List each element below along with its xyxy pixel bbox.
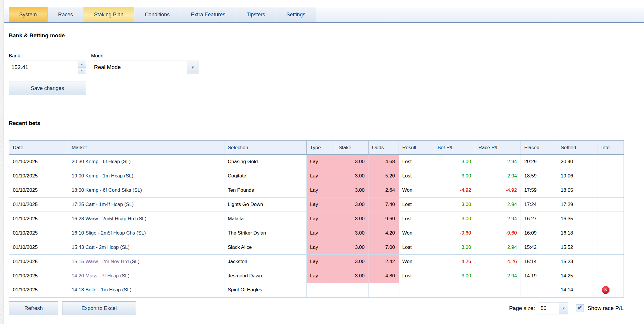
table-footer: Refresh Export to Excel Page size: 50 ▼ … xyxy=(9,301,624,315)
tab-races[interactable]: Races xyxy=(47,7,83,22)
tab-staking-plan[interactable]: Staking Plan xyxy=(83,7,134,22)
refresh-button[interactable]: Refresh xyxy=(9,301,58,315)
cell-odds: 7.00 xyxy=(368,240,399,254)
cell-result: Won xyxy=(399,254,434,269)
spinner-up-icon[interactable]: ▲ xyxy=(78,61,86,67)
col-header-selection[interactable]: Selection xyxy=(224,141,306,154)
market-link[interactable]: 16:28 Warw - 2m5f Hcap Hrd xyxy=(72,216,136,221)
cell-info: ✕ xyxy=(598,212,624,226)
market-link[interactable]: 15:43 Catt - 2m Hcap xyxy=(72,244,119,250)
market-suffix: (SL) xyxy=(121,287,132,293)
col-header-info[interactable]: Info xyxy=(598,141,624,154)
cell-placed: 20:29 xyxy=(521,154,557,169)
market-link[interactable]: 17:25 Catt - 1m4f Hcap xyxy=(72,202,123,207)
col-header-settled[interactable]: Settled xyxy=(557,141,598,154)
col-header-market[interactable]: Market xyxy=(68,141,224,154)
cell-settled: 19:06 xyxy=(557,169,598,183)
page-size-dropdown[interactable]: 50 ▼ xyxy=(538,302,568,314)
tab-extra-features[interactable]: Extra Features xyxy=(180,7,236,22)
cell-type: Lay xyxy=(306,183,335,197)
cell-selection: The Striker Dylan xyxy=(224,226,306,240)
bank-label: Bank xyxy=(9,53,91,59)
page-edge-texture xyxy=(0,0,4,324)
col-header-date[interactable]: Date xyxy=(9,141,68,154)
col-header-odds[interactable]: Odds xyxy=(368,141,399,154)
dropdown-arrow-icon[interactable]: ▼ xyxy=(187,61,198,74)
bank-input[interactable] xyxy=(9,61,78,74)
cell-bet-pl: 3.00 xyxy=(434,269,475,283)
cell-bet-pl: -4.26 xyxy=(434,254,475,269)
recent-bets-title: Recent bets xyxy=(9,120,624,126)
tab-settings[interactable]: Settings xyxy=(276,7,316,22)
cell-type: Lay xyxy=(306,269,335,283)
market-suffix: (SL) xyxy=(119,273,130,279)
table-row: 01/10/2025 18:00 Kemp - 6f Cond Stks (SL… xyxy=(9,183,624,197)
cell-race-pl: 2.94 xyxy=(475,169,521,183)
market-link[interactable]: 14:20 Muss - 7f Hcap xyxy=(72,273,119,279)
show-race-pl-checkbox[interactable]: ✔ xyxy=(576,304,584,312)
cell-selection: Ten Pounds xyxy=(224,183,306,197)
cell-selection: Chasing Gold xyxy=(224,154,306,169)
cell-bet-pl: 3.00 xyxy=(434,197,475,212)
cell-race-pl: 2.94 xyxy=(475,240,521,254)
cell-bet-pl: 3.00 xyxy=(434,240,475,254)
cell-settled: 17:29 xyxy=(557,197,598,212)
error-icon[interactable]: ✕ xyxy=(602,286,610,294)
cell-odds: 9.60 xyxy=(368,212,399,226)
cell-odds: 4.80 xyxy=(368,269,399,283)
cell-result: Won xyxy=(399,183,434,197)
cell-stake: 3.00 xyxy=(335,254,368,269)
tab-conditions[interactable]: Conditions xyxy=(134,7,180,22)
export-to-excel-button[interactable]: Export to Excel xyxy=(62,301,136,315)
col-header-bet-pl[interactable]: Bet P/L xyxy=(434,141,475,154)
cell-placed: 15:14 xyxy=(521,254,557,269)
table-row: 01/10/2025 16:10 Sligo - 2m5f Hcap Chs (… xyxy=(9,226,624,240)
mode-field-group: Mode Real Mode ▼ xyxy=(91,53,198,74)
cell-placed: 14:19 xyxy=(521,269,557,283)
cell-result: Won xyxy=(399,226,434,240)
cell-market: 14:20 Muss - 7f Hcap (SL) xyxy=(68,269,224,283)
market-link[interactable]: 14:13 Belle - 1m Hcap xyxy=(72,287,121,293)
cell-settled: 20:40 xyxy=(557,154,598,169)
mode-value: Real Mode xyxy=(91,61,187,74)
page-size-label: Page size: xyxy=(509,305,535,311)
tab-system[interactable]: System xyxy=(9,7,47,22)
cell-market: 15:43 Catt - 2m Hcap (SL) xyxy=(68,240,224,254)
dropdown-arrow-icon[interactable]: ▼ xyxy=(559,302,568,314)
col-header-result[interactable]: Result xyxy=(399,141,434,154)
market-link[interactable]: 19:00 Kemp - 1m Hcap xyxy=(72,173,123,179)
page-size-value: 50 xyxy=(538,302,559,314)
cell-date: 01/10/2025 xyxy=(9,212,68,226)
cell-bet-pl: 3.00 xyxy=(434,212,475,226)
market-link[interactable]: 15:15 Warw - 2m Nov Hrd xyxy=(72,259,129,264)
table-row: 01/10/2025 19:00 Kemp - 1m Hcap (SL) Cog… xyxy=(9,169,624,183)
cell-stake xyxy=(335,283,368,297)
market-link[interactable]: 16:10 Sligo - 2m5f Hcap Chs xyxy=(72,230,135,236)
tab-bar: System Races Staking Plan Conditions Ext… xyxy=(4,7,644,23)
cell-settled: 16:35 xyxy=(557,212,598,226)
col-header-stake[interactable]: Stake xyxy=(335,141,368,154)
spinner-down-icon[interactable]: ▼ xyxy=(78,67,86,74)
cell-result: Lost xyxy=(399,212,434,226)
mode-dropdown[interactable]: Real Mode ▼ xyxy=(91,61,198,74)
cell-info: ✕ xyxy=(598,254,624,269)
market-link[interactable]: 18:00 Kemp - 6f Cond Stks xyxy=(72,187,131,193)
col-header-type[interactable]: Type xyxy=(306,141,335,154)
cell-market: 17:25 Catt - 1m4f Hcap (SL) xyxy=(68,197,224,212)
col-header-race-pl[interactable]: Race P/L xyxy=(475,141,521,154)
tab-tipsters[interactable]: Tipsters xyxy=(236,7,275,22)
cell-selection: Cogitate xyxy=(224,169,306,183)
col-header-placed[interactable]: Placed xyxy=(521,141,557,154)
market-link[interactable]: 20:30 Kemp - 6f Hcap xyxy=(72,159,120,164)
cell-race-pl: -4.26 xyxy=(475,254,521,269)
cell-placed: 15:42 xyxy=(521,240,557,254)
cell-market: 20:30 Kemp - 6f Hcap (SL) xyxy=(68,154,224,169)
cell-bet-pl: -4.92 xyxy=(434,183,475,197)
section-divider xyxy=(9,131,624,131)
check-icon: ✔ xyxy=(577,304,583,311)
cell-bet-pl: 3.00 xyxy=(434,154,475,169)
cell-bet-pl: -9.60 xyxy=(434,226,475,240)
cell-odds xyxy=(368,283,399,297)
cell-settled: 15:52 xyxy=(557,240,598,254)
save-changes-button[interactable]: Save changes xyxy=(9,82,86,95)
